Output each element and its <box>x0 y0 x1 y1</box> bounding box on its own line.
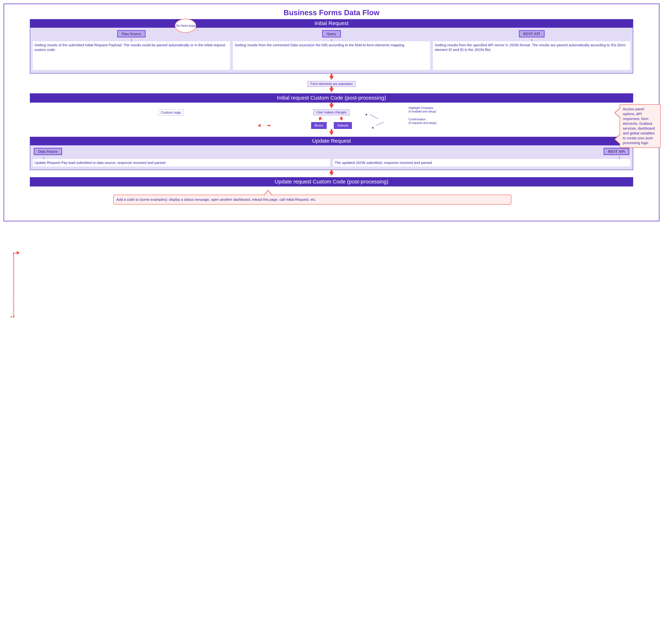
initial-col-datasource: Data Source Getting results of the submi… <box>33 30 230 70</box>
arrow-down-icon <box>329 131 334 135</box>
initial-query-text: Getting results from the connected Data … <box>233 41 430 70</box>
update-datasource-text: Update Request Pay load submitted to dat… <box>33 159 330 166</box>
callout-examples: Add a code to (some examples): display a… <box>113 195 511 204</box>
initial-col-restapi: REST API Getting results from the specif… <box>433 30 630 70</box>
note-highlight-changes: Highlight Changes (if enabled and setup) <box>409 106 436 113</box>
initial-col-query: Query Getting results from the connected… <box>233 30 430 70</box>
chip-user-changes: User makes changes <box>314 109 349 115</box>
update-restapi-text: The updated JSON submitted, response rec… <box>333 159 630 166</box>
arrow-left-icon <box>258 124 260 127</box>
tab-restapi: REST API <box>519 30 545 37</box>
tab-datasource: Data Source <box>34 148 62 155</box>
update-request-header: Update Request <box>30 137 633 146</box>
update-custom-code-bar: Update request Custom Code (post-process… <box>30 177 633 186</box>
update-col-restapi: REST API The updated JSON submitted, res… <box>333 148 630 166</box>
arrow-down-icon <box>329 76 334 80</box>
diagram-frame: Business Forms Data Flow On form load In… <box>4 4 659 221</box>
note-confirm-title: Confirmation <box>409 118 437 121</box>
initial-request-header: Initial Request <box>30 20 633 28</box>
arrow-down-icon <box>318 117 322 121</box>
diagram-title: Business Forms Data Flow <box>10 8 653 17</box>
callout-tail-icon <box>615 108 620 117</box>
on-form-load-bubble: On form load <box>175 19 196 33</box>
initial-custom-code-bar: Initial request Custom Code (post-proces… <box>30 93 633 103</box>
update-request-panel: Update Request Data Source Update Reques… <box>30 137 633 170</box>
callout-access-text: Access panel options, API responses, for… <box>623 107 655 145</box>
callout-tail-icon <box>615 135 620 144</box>
arrow-right-icon <box>17 251 20 254</box>
callout-examples-text: Add a code to (some examples): display a… <box>116 198 316 201</box>
tab-datasource: Data Source <box>117 30 145 37</box>
custom-logic-box: Custom logic <box>158 109 184 116</box>
arrow-down-icon <box>340 117 344 121</box>
tab-restapi: REST API <box>604 148 629 155</box>
arrow-down-icon <box>329 172 334 176</box>
arrow-down-icon <box>329 88 334 92</box>
note-highlight-title: Highlight Changes <box>409 106 436 110</box>
reset-button[interactable]: Reset <box>311 122 327 129</box>
initial-request-panel: On form load Initial Request Data Source… <box>30 19 633 73</box>
submit-button[interactable]: Submit <box>334 122 352 129</box>
tab-query: Query <box>322 30 341 37</box>
callout-access-options: Access panel options, API responses, for… <box>620 104 661 148</box>
initial-datasource-text: Getting results of the submitted Initial… <box>33 41 230 70</box>
reset-submit-row: Reset Submit <box>10 118 653 129</box>
note-confirmation: Confirmation (if required and setup) <box>409 118 437 125</box>
note-highlight-sub: (if enabled and setup) <box>409 110 436 113</box>
callout-tail-icon <box>265 191 272 195</box>
update-col-datasource: Data Source Update Request Pay load subm… <box>33 148 330 166</box>
arrow-down-icon <box>329 105 334 108</box>
initial-restapi-text: Getting results from the specified API s… <box>433 41 630 70</box>
note-confirm-sub: (if required and setup) <box>409 121 437 125</box>
